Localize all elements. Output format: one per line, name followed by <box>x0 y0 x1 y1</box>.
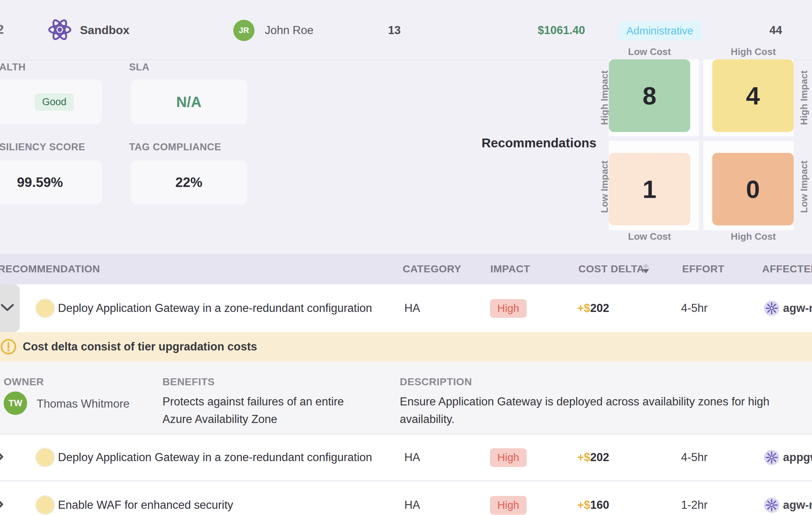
matrix-quadrant-low-impact-high-cost: 0 <box>703 141 794 230</box>
col-affected: AFFECTED <box>762 254 812 284</box>
health-card: Good <box>0 80 102 124</box>
react-atom-icon <box>48 19 72 42</box>
matrix-cell-low-impact-high-cost[interactable]: 0 <box>712 153 794 225</box>
tag-compliance-value: 22% <box>175 175 202 190</box>
matrix-quadrant-low-impact-low-cost: 1 <box>609 141 699 230</box>
cost-delta-notice: Cost delta consist of tier upgradation c… <box>0 332 812 361</box>
matrix-top-label-low-cost: Low Cost <box>609 46 690 58</box>
gateway-starburst-icon <box>764 301 779 316</box>
description-text: Ensure Application Gateway is deployed a… <box>400 393 800 428</box>
impact-cell: High <box>490 435 527 480</box>
chevron-down-icon <box>1 304 14 313</box>
table-row[interactable]: Deploy Application Gateway in a zone-red… <box>0 284 812 332</box>
recommendations-title: Recommendations <box>482 136 596 150</box>
impact-badge: High <box>490 448 527 467</box>
administrative-tag-badge: Administrative <box>618 21 701 41</box>
resiliency-score-value: 99.59% <box>17 175 63 190</box>
gateway-starburst-icon <box>764 450 779 465</box>
clipped-left-number: 2 <box>0 22 4 37</box>
chevron-right-icon <box>0 498 4 512</box>
col-effort: EFFORT <box>682 254 724 284</box>
matrix-cell-high-impact-low-cost[interactable]: 8 <box>609 59 690 132</box>
notice-text: Cost delta consist of tier upgradation c… <box>23 340 257 353</box>
affected-resource-name: agw-ne <box>783 302 812 315</box>
severity-dot-icon <box>35 495 55 515</box>
recommendation-title[interactable]: Enable WAF for enhanced security <box>58 482 233 515</box>
row-collapse-button[interactable] <box>0 284 20 332</box>
dashboard-root: 2 Sandbox JR John Roe 13 $1061.40 Admini… <box>0 0 812 515</box>
cost-delta-value: +$202 <box>577 435 609 480</box>
count-primary: 13 <box>388 0 400 60</box>
workspace-item[interactable]: Sandbox <box>48 0 129 60</box>
cost-total: $1061.40 <box>538 0 585 60</box>
recommendation-title[interactable]: Deploy Application Gateway in a zone-red… <box>58 435 372 480</box>
cost-prefix: +$ <box>577 302 590 315</box>
impact-cell: High <box>490 284 527 332</box>
resiliency-score-label: SILIENCY SCORE <box>0 141 85 153</box>
matrix-top-label-high-cost: High Cost <box>713 46 794 58</box>
col-impact: IMPACT <box>490 254 530 284</box>
health-status-badge: Good <box>35 93 74 111</box>
cost-amount: 202 <box>590 302 609 315</box>
cost-prefix: +$ <box>577 499 590 512</box>
warning-icon <box>0 338 17 357</box>
affected-resource[interactable]: agw-ne <box>764 284 812 332</box>
cost-amount: 202 <box>590 451 609 464</box>
matrix-quadrant-high-impact-high-cost: 4 <box>703 59 794 136</box>
matrix-cell-high-impact-high-cost[interactable]: 4 <box>712 59 794 132</box>
sort-desc-icon <box>643 269 649 273</box>
benefits-label: BENEFITS <box>162 376 215 388</box>
effort-value: 4-5hr <box>681 435 707 480</box>
tag-compliance-card: 22% <box>131 161 247 205</box>
table-header: RECOMMENDATION CATEGORY IMPACT COST DELT… <box>0 254 812 284</box>
impact-badge: High <box>490 496 527 515</box>
health-label: ALTH <box>0 62 26 73</box>
affected-resource[interactable]: agw-ne <box>764 482 812 515</box>
affected-resource-name: appgw <box>783 451 812 464</box>
sla-value: N/A <box>176 94 202 110</box>
matrix-right-label-high-impact: High Impact <box>797 59 811 136</box>
cost-delta-value: +$202 <box>577 284 609 332</box>
affected-resource[interactable]: appgw <box>764 435 812 480</box>
sort-asc-icon <box>643 263 649 268</box>
benefits-text: Protects against failures of an entire A… <box>162 393 368 428</box>
cost-delta-value: +$160 <box>577 482 609 515</box>
user-chip[interactable]: JR John Roe <box>233 0 314 60</box>
owner-avatar: TW <box>4 391 27 415</box>
col-category: CATEGORY <box>403 254 461 284</box>
severity-dot-icon <box>35 298 55 318</box>
owner-label: OWNER <box>4 376 44 388</box>
matrix-cell-low-impact-low-cost[interactable]: 1 <box>609 153 690 225</box>
row-expand-button[interactable] <box>0 482 4 515</box>
category-value: HA <box>394 482 431 515</box>
row-detail-panel: OWNER TW Thomas Whitmore BENEFITS Protec… <box>0 361 812 435</box>
category-value: HA <box>394 435 431 480</box>
row-expand-button[interactable] <box>0 435 4 480</box>
recommendation-title[interactable]: Deploy Application Gateway in a zone-red… <box>58 284 372 332</box>
cost-prefix: +$ <box>577 451 590 464</box>
sla-label: SLA <box>129 62 150 73</box>
table-row[interactable]: Deploy Application Gateway in a zone-red… <box>0 435 812 481</box>
col-cost-delta[interactable]: COST DELTA <box>578 254 644 284</box>
owner-name: Thomas Whitmore <box>37 397 129 411</box>
matrix-right-label-low-impact: Low Impact <box>797 148 811 225</box>
avatar: JR <box>233 20 255 41</box>
cost-delta-sort-control[interactable] <box>643 263 649 273</box>
table-row[interactable]: Enable WAF for enhanced security HA High… <box>0 482 812 515</box>
chevron-right-icon <box>0 450 4 465</box>
severity-dot-icon <box>35 448 55 467</box>
cost-amount: 160 <box>590 499 609 512</box>
gateway-starburst-icon <box>764 497 779 513</box>
effort-value: 1-2hr <box>681 482 707 515</box>
effort-value: 4-5hr <box>681 284 707 332</box>
matrix-bottom-label-low-cost: Low Cost <box>609 231 690 242</box>
sla-card: N/A <box>131 80 247 124</box>
col-recommendation: RECOMMENDATION <box>0 254 100 284</box>
matrix-bottom-label-high-cost: High Cost <box>713 231 794 242</box>
resiliency-score-card: 99.59% <box>0 161 102 205</box>
impact-cell: High <box>490 482 527 515</box>
category-value: HA <box>394 284 431 332</box>
impact-badge: High <box>490 299 527 318</box>
workspace-name: Sandbox <box>80 23 129 37</box>
matrix-quadrant-high-impact-low-cost: 8 <box>609 59 699 136</box>
